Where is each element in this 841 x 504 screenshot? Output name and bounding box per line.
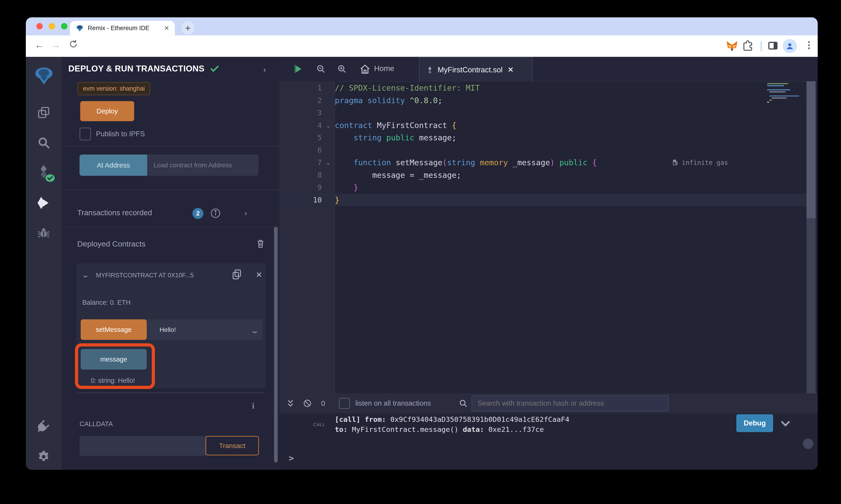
copy-address-icon[interactable]	[231, 268, 243, 280]
remix-app: DEPLOY & RUN TRANSACTIONS › evm version:…	[26, 57, 818, 470]
deploy-and-run-icon[interactable]	[36, 196, 51, 210]
transactions-expand-chevron[interactable]: ›	[244, 209, 247, 217]
contract-balance: Balance: 0. ETH	[82, 299, 131, 306]
compile-success-check-icon	[209, 64, 220, 74]
debug-button[interactable]: Debug	[736, 414, 773, 432]
window-close-button[interactable]	[36, 23, 43, 30]
low-level-info-icon[interactable]: i	[252, 401, 254, 411]
code-line[interactable]: 4⌄contract MyFirstContract {	[279, 119, 806, 132]
browser-menu-kebab-icon[interactable]	[804, 40, 814, 51]
set-message-input[interactable]	[147, 319, 262, 340]
tab-close-icon[interactable]: ✕	[164, 24, 169, 32]
editor-minimap[interactable]	[766, 82, 806, 111]
browser-window: Remix - Ethereum IDE ✕ + ← → remix.ether…	[26, 17, 818, 470]
fold-chevron-icon[interactable]: ⌄	[322, 159, 335, 166]
terminal-prompt: >	[289, 453, 294, 463]
terminal-log[interactable]: [call] from: 0x9Cf934043aD350758391b0D01…	[335, 414, 569, 434]
calldata-input[interactable]	[80, 436, 206, 456]
reload-icon[interactable]	[68, 39, 79, 50]
fold-chevron-icon[interactable]: ⌄	[322, 122, 335, 128]
browser-tab-strip: Remix - Ethereum IDE ✕ +	[26, 17, 818, 35]
clear-console-icon[interactable]	[303, 399, 312, 408]
forward-icon[interactable]: →	[51, 39, 61, 51]
toolbar-divider	[761, 41, 761, 51]
file-explorer-icon[interactable]	[36, 105, 51, 120]
code-line[interactable]: 5 string public message;	[279, 131, 806, 144]
file-tab-active[interactable]: MyFirstContract.sol ✕	[419, 57, 533, 82]
message-getter-button[interactable]: message	[81, 349, 147, 370]
code-line[interactable]: 1// SPDX-License-Identifier: MIT	[279, 82, 806, 94]
at-address-button[interactable]: At Address	[80, 155, 147, 176]
terminal-search-input[interactable]	[472, 395, 669, 411]
solidity-compiler-icon[interactable]	[36, 164, 51, 179]
calldata-label: CALLDATA	[80, 420, 113, 428]
home-icon[interactable]	[359, 63, 371, 75]
editor-toolbar: Home MyFirstContract.sol ✕	[279, 57, 818, 82]
zoom-out-icon[interactable]	[315, 64, 326, 74]
log-call-tag: CALL	[313, 422, 325, 427]
terminal-scroll-dot[interactable]	[803, 438, 813, 449]
file-tab-close-icon[interactable]: ✕	[508, 66, 514, 74]
multiparam-expand-chevron[interactable]: ⌄	[251, 327, 259, 335]
infinite-gas-note: infinite gas	[672, 159, 728, 166]
new-tab-button[interactable]: +	[181, 21, 194, 35]
transact-button[interactable]: Transact	[205, 436, 259, 455]
profile-avatar[interactable]	[783, 39, 797, 53]
remove-contract-icon[interactable]: ✕	[256, 270, 262, 279]
message-output-value: 0: string: Hello!	[91, 377, 135, 384]
browser-toolbar: ← → remix.ethereum.org/#lang=en&optimize…	[26, 35, 818, 57]
terminal-search-icon	[459, 398, 468, 408]
code-line[interactable]: 6	[279, 144, 806, 157]
remix-logo-icon[interactable]	[34, 66, 54, 86]
contract-collapse-chevron[interactable]: ⌄	[82, 271, 89, 279]
window-minimize-button[interactable]	[49, 23, 55, 30]
plugin-manager-plug-icon[interactable]	[36, 419, 51, 433]
settings-gear-icon[interactable]	[36, 449, 51, 464]
transactions-count-badge: 2	[192, 208, 203, 219]
metamask-extension-icon[interactable]	[725, 39, 738, 52]
extensions-puzzle-icon[interactable]	[742, 39, 754, 52]
transactions-info-icon[interactable]	[210, 208, 221, 219]
debugger-bug-icon[interactable]	[36, 226, 51, 240]
pending-tx-count: 0	[321, 399, 325, 408]
file-tab-title: MyFirstContract.sol	[437, 66, 502, 74]
icon-rail	[26, 57, 62, 470]
publish-ipfs-checkbox[interactable]	[80, 128, 91, 140]
listen-all-checkbox[interactable]	[339, 398, 350, 409]
contract-title: MYFIRSTCONTRACT AT 0X10F...5	[96, 272, 228, 279]
terminal-collapse-icon[interactable]	[286, 399, 295, 408]
code-line[interactable]: 3	[279, 107, 806, 119]
terminal-toolbar: 0 listen on all transactions	[279, 393, 818, 413]
panel-scrollbar[interactable]	[274, 227, 278, 463]
log-expand-chevron[interactable]	[779, 417, 791, 429]
window-zoom-button[interactable]	[61, 23, 67, 30]
code-line[interactable]: 7⌄ function setMessage(string memory _me…	[279, 156, 806, 169]
search-icon[interactable]	[36, 136, 51, 150]
panel-expand-chevron[interactable]: ›	[263, 65, 266, 74]
code-lines[interactable]: 1// SPDX-License-Identifier: MIT2pragma …	[279, 82, 806, 206]
home-tab[interactable]: Home	[374, 64, 394, 73]
delete-contracts-trash-icon[interactable]	[256, 238, 265, 249]
back-icon[interactable]: ←	[35, 39, 44, 51]
code-line[interactable]: 8 message = _message;	[279, 169, 806, 181]
publish-ipfs-label: Publish to IPFS	[96, 130, 145, 138]
at-address-input[interactable]	[147, 155, 258, 176]
browser-tab[interactable]: Remix - Ethereum IDE ✕	[70, 21, 175, 35]
deployed-contracts-label: Deployed Contracts	[77, 239, 145, 248]
set-message-button[interactable]: setMessage	[81, 319, 147, 340]
deploy-run-panel: DEPLOY & RUN TRANSACTIONS › evm version:…	[62, 57, 279, 470]
listen-all-label: listen on all transactions	[355, 399, 431, 408]
zoom-in-icon[interactable]	[337, 64, 347, 74]
code-line[interactable]: 10}	[279, 194, 806, 206]
side-panel-icon[interactable]	[767, 40, 778, 51]
deploy-button[interactable]: Deploy	[80, 101, 134, 121]
remix-favicon	[76, 24, 84, 32]
evm-version-badge: evm version: shanghai	[78, 82, 150, 95]
code-line[interactable]: 2pragma solidity ^0.8.0;	[279, 94, 806, 107]
editor-scrollbar[interactable]	[806, 81, 816, 393]
tab-title: Remix - Ethereum IDE	[88, 25, 164, 32]
code-line[interactable]: 9 }	[279, 181, 806, 194]
editor-scrollbar-thumb[interactable]	[806, 81, 816, 218]
run-script-play-icon[interactable]	[292, 63, 303, 75]
editor-area: Home MyFirstContract.sol ✕ 1// SPDX-Lice…	[279, 57, 818, 470]
